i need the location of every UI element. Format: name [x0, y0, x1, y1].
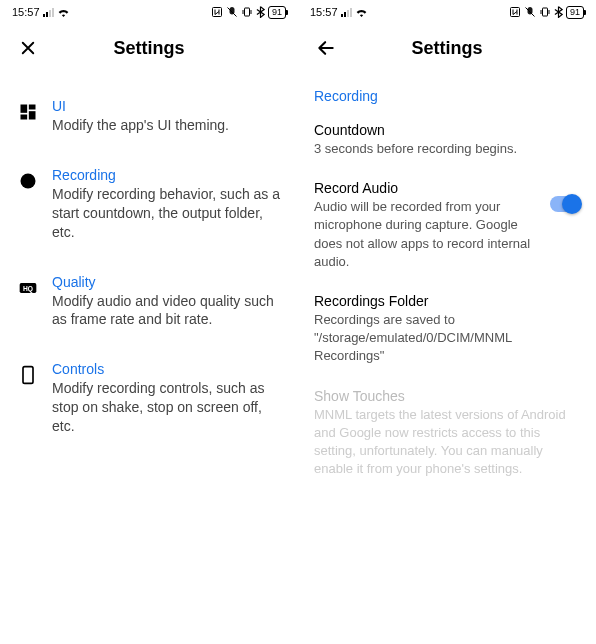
item-desc: Modify the app's UI theming. — [52, 116, 282, 135]
setting-title: Recordings Folder — [314, 293, 580, 309]
item-title: Quality — [52, 274, 282, 290]
status-right: 91 — [211, 6, 286, 19]
svg-rect-6 — [29, 111, 36, 119]
status-right: 91 — [509, 6, 584, 19]
setting-desc: Recordings are saved to "/storage/emulat… — [314, 311, 580, 366]
back-icon[interactable] — [314, 36, 338, 60]
wifi-icon — [355, 7, 368, 17]
vibrate-icon — [539, 6, 551, 18]
nfc-icon — [509, 6, 521, 18]
status-left: 15:57 — [310, 6, 368, 18]
battery-icon: 91 — [268, 6, 286, 19]
screen-settings-recording: 15:57 91 Settings Recording Countdown 3 … — [298, 0, 596, 644]
nfc-icon — [211, 6, 223, 18]
close-icon[interactable] — [16, 36, 40, 60]
settings-item-recording[interactable]: Recording Modify recording behavior, suc… — [16, 157, 282, 252]
phone-icon — [16, 363, 40, 387]
svg-point-7 — [21, 173, 36, 188]
status-time: 15:57 — [310, 6, 338, 18]
setting-desc: 3 seconds before recording begins. — [314, 140, 580, 158]
page-title: Settings — [113, 38, 184, 59]
battery-icon: 91 — [566, 6, 584, 19]
setting-record-audio[interactable]: Record Audio Audio will be recorded from… — [314, 180, 580, 271]
svg-rect-5 — [21, 115, 28, 120]
record-audio-switch[interactable] — [550, 196, 580, 212]
record-icon — [16, 169, 40, 193]
item-desc: Modify audio and video quality such as f… — [52, 292, 282, 330]
app-bar: Settings — [0, 24, 298, 72]
svg-text:HQ: HQ — [23, 284, 33, 292]
svg-rect-13 — [542, 8, 547, 16]
item-title: Recording — [52, 167, 282, 183]
setting-show-touches: Show Touches MNML targets the latest ver… — [314, 388, 580, 479]
wifi-icon — [57, 7, 70, 17]
mute-icon — [524, 6, 536, 18]
section-header: Recording — [314, 88, 580, 104]
screen-settings-main: 15:57 91 Settings UI Modify the app's UI… — [0, 0, 298, 644]
item-desc: Modify recording behavior, such as a sta… — [52, 185, 282, 242]
settings-item-ui[interactable]: UI Modify the app's UI theming. — [16, 88, 282, 145]
mute-icon — [226, 6, 238, 18]
svg-rect-3 — [21, 105, 28, 113]
vibrate-icon — [241, 6, 253, 18]
svg-rect-10 — [23, 367, 33, 384]
bluetooth-icon — [554, 6, 563, 18]
hq-icon: HQ — [16, 276, 40, 300]
svg-rect-4 — [29, 105, 36, 110]
settings-list: UI Modify the app's UI theming. Recordin… — [0, 72, 298, 474]
setting-title: Show Touches — [314, 388, 580, 404]
item-title: Controls — [52, 361, 282, 377]
svg-rect-0 — [212, 8, 221, 17]
item-desc: Modify recording controls, such as stop … — [52, 379, 282, 436]
setting-title: Countdown — [314, 122, 580, 138]
setting-title: Record Audio — [314, 180, 538, 196]
signal-icon — [341, 7, 352, 17]
setting-countdown[interactable]: Countdown 3 seconds before recording beg… — [314, 122, 580, 158]
svg-rect-11 — [510, 8, 519, 17]
app-bar: Settings — [298, 24, 596, 72]
setting-desc: MNML targets the latest versions of Andr… — [314, 406, 580, 479]
settings-item-quality[interactable]: HQ Quality Modify audio and video qualit… — [16, 264, 282, 340]
status-bar: 15:57 91 — [298, 0, 596, 24]
dashboard-icon — [16, 100, 40, 124]
status-left: 15:57 — [12, 6, 70, 18]
recording-settings: Recording Countdown 3 seconds before rec… — [298, 72, 596, 516]
settings-item-controls[interactable]: Controls Modify recording controls, such… — [16, 351, 282, 446]
setting-desc: Audio will be recorded from your microph… — [314, 198, 538, 271]
status-bar: 15:57 91 — [0, 0, 298, 24]
setting-recordings-folder[interactable]: Recordings Folder Recordings are saved t… — [314, 293, 580, 366]
item-title: UI — [52, 98, 282, 114]
status-time: 15:57 — [12, 6, 40, 18]
bluetooth-icon — [256, 6, 265, 18]
page-title: Settings — [411, 38, 482, 59]
signal-icon — [43, 7, 54, 17]
svg-rect-2 — [244, 8, 249, 16]
